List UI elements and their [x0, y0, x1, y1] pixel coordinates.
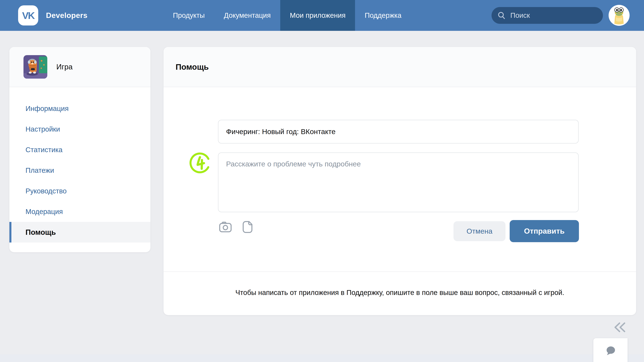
app-icon — [24, 55, 47, 79]
message-textarea[interactable] — [218, 152, 578, 212]
cancel-button[interactable]: Отмена — [454, 221, 506, 241]
search-icon — [497, 11, 506, 20]
app-header: Игра — [10, 47, 150, 87]
search-box[interactable] — [492, 7, 603, 24]
nav-item-my-apps[interactable]: Мои приложения — [280, 0, 355, 31]
nav-item-products[interactable]: Продукты — [163, 0, 214, 31]
app-icon-image — [24, 55, 47, 79]
nav-item-support[interactable]: Поддержка — [355, 0, 411, 31]
sidebar-item-moderation[interactable]: Модерация — [10, 201, 150, 222]
search-input[interactable] — [510, 11, 601, 19]
help-panel: Помощь Отмена Отправить Чтобы написать о… — [164, 47, 636, 315]
attach-file-button[interactable] — [240, 220, 255, 234]
double-chevron-left-icon — [614, 322, 628, 333]
user-avatar[interactable] — [608, 5, 630, 26]
sidebar-item-information[interactable]: Информация — [10, 98, 150, 119]
subject-input[interactable] — [218, 120, 578, 143]
app-title: Игра — [56, 63, 72, 71]
help-panel-header: Помощь — [164, 47, 636, 87]
document-icon — [242, 221, 253, 233]
frog-avatar-image — [608, 5, 630, 26]
top-nav: Продукты Документация Мои приложения Под… — [163, 0, 411, 31]
submit-button[interactable]: Отправить — [510, 220, 579, 242]
sidebar-item-settings[interactable]: Настройки — [10, 119, 150, 139]
sidebar-item-statistics[interactable]: Статистика — [10, 139, 150, 160]
chat-widget-button[interactable] — [593, 338, 628, 362]
nav-item-documentation[interactable]: Документация — [214, 0, 280, 31]
collapse-panel-button[interactable] — [614, 322, 628, 333]
brand-cluster: VK Developers — [18, 0, 88, 31]
divider — [164, 272, 636, 272]
camera-icon — [219, 221, 232, 233]
bottom-strip — [0, 354, 644, 362]
sidebar-item-help[interactable]: Помощь — [10, 222, 150, 243]
sidebar-item-payments[interactable]: Платежи — [10, 160, 150, 181]
brand-title[interactable]: Developers — [46, 11, 88, 20]
page-title: Помощь — [176, 62, 209, 71]
vk-logo-text: VK — [22, 10, 34, 21]
attach-photo-button[interactable] — [218, 220, 233, 234]
vk-logo[interactable]: VK — [18, 5, 38, 25]
footer-note: Чтобы написать от приложения в Поддержку… — [164, 289, 636, 297]
sidebar-menu: Информация Настройки Статистика Платежи … — [10, 87, 150, 243]
chat-bubble-icon — [605, 346, 616, 356]
top-navigation-bar: VK Developers Продукты Документация Мои … — [0, 0, 644, 31]
sidebar-item-guide[interactable]: Руководство — [10, 181, 150, 201]
app-sidebar: Игра Информация Настройки Статистика Пла… — [10, 47, 150, 252]
